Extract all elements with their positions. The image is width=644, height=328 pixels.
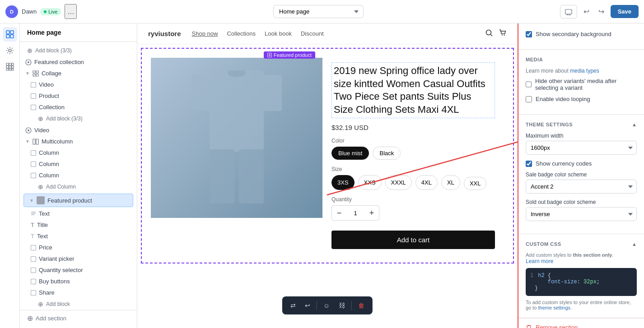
save-button[interactable]: Save (611, 5, 639, 18)
sidebar-item-collection-child[interactable]: Collection (20, 102, 137, 113)
nav-link-lookbook[interactable]: Look book (265, 30, 292, 37)
svg-rect-50 (210, 70, 264, 152)
plus-icon-4: ⊕ (38, 300, 43, 308)
sidebar-item-variant-picker[interactable]: Variant picker (20, 253, 137, 264)
svg-point-5 (9, 49, 11, 52)
sidebar-item-video-section[interactable]: Video (20, 125, 137, 136)
sidebar-item-quantity-selector[interactable]: Quantity selector (20, 264, 137, 276)
hide-variants-checkbox[interactable] (526, 81, 532, 88)
settings-icon (6, 46, 14, 55)
max-width-select[interactable]: 1600px 1400px 1200px (526, 141, 637, 155)
sidebar-item-text-2[interactable]: T Text (20, 231, 137, 242)
add-column-btn[interactable]: ⊕ Add Column (20, 181, 137, 193)
variant-picker-icon (31, 256, 36, 262)
color-black[interactable]: Black (373, 147, 401, 160)
sidebar-item-buy-buttons[interactable]: Buy buttons (20, 276, 137, 287)
custom-css-learn-more-link[interactable]: Learn more (526, 258, 553, 264)
plus-circle-icon: ⊕ (27, 314, 33, 323)
user-name: Dawn (22, 8, 37, 15)
sidebar-item-collage[interactable]: ▼ Collage (20, 68, 137, 79)
sidebar-item-text-1[interactable]: Text (20, 208, 137, 219)
sidebar-item-share[interactable]: Share (20, 287, 137, 298)
add-block-fp-btn[interactable]: ⊕ Add block (20, 298, 137, 310)
size-xl[interactable]: XL (441, 175, 460, 190)
sidebar-item-price[interactable]: Price (20, 242, 137, 253)
sidebar-item-video[interactable]: Video (20, 79, 137, 90)
add-section-btn[interactable]: ⊕ Add section (20, 310, 137, 326)
apps-icon-btn[interactable] (3, 60, 17, 74)
title-icon: T (31, 222, 34, 228)
preview-toggle-button[interactable] (560, 5, 577, 18)
cart-icon[interactable] (499, 29, 507, 38)
add-to-cart-button[interactable]: Add to cart (331, 231, 495, 249)
hide-variants-label: Hide other variants' media after selecti… (535, 78, 637, 91)
product-price: $32.19 USD (331, 124, 495, 131)
tree-header: Home page (20, 23, 137, 42)
nav-link-shop[interactable]: Shop now (192, 30, 218, 37)
size-4xl[interactable]: 4XL (415, 175, 438, 190)
search-icon[interactable] (485, 29, 493, 38)
rp-custom-css-header: CUSTOM CSS ▲ (526, 241, 637, 247)
quantity-increase-btn[interactable]: + (364, 206, 379, 220)
sidebar-item-featured-product[interactable]: ▼ Featured product (23, 194, 133, 207)
clothing-illustration (191, 70, 282, 206)
nav-link-discount[interactable]: Discount (301, 30, 324, 37)
redo-button[interactable]: ↪ (596, 5, 607, 18)
rp-media-section: MEDIA Learn more about media types Hide … (518, 50, 644, 115)
show-currency-row: Show currency codes (526, 160, 637, 167)
toolbar-align-btn[interactable]: ⇄ (288, 300, 299, 311)
nav-link-collections[interactable]: Collections (227, 30, 256, 37)
color-options: Blue mist Black (331, 147, 495, 160)
size-3xs[interactable]: 3XS (331, 175, 355, 190)
theme-settings-link[interactable]: theme settings (538, 305, 571, 310)
remove-section-button[interactable]: Remove section (518, 318, 644, 328)
undo-button[interactable]: ↩ (581, 5, 592, 18)
max-width-label: Maximum width (526, 133, 637, 139)
sidebar-item-multicolumn[interactable]: ▼ Multicolumn (20, 136, 137, 147)
svg-rect-0 (565, 9, 572, 14)
media-types-link[interactable]: media types (570, 68, 599, 74)
page-selector[interactable]: Home page About Contact (273, 5, 364, 18)
quantity-decrease-btn[interactable]: − (332, 206, 346, 220)
sidebar-item-column-2[interactable]: Column (20, 158, 137, 170)
toolbar-emoji-btn[interactable]: ☺ (321, 300, 332, 311)
add-block-top-btn[interactable]: ⊕ Add block (3/3) (20, 45, 137, 56)
enable-video-looping-checkbox[interactable] (526, 96, 532, 102)
custom-css-editor[interactable]: 1h2 { font-size: 32px; } (526, 268, 637, 296)
size-xxl[interactable]: XXL (464, 177, 487, 190)
plus-icon: ⊕ (27, 47, 33, 54)
size-xxxl[interactable]: XXXL (385, 175, 412, 190)
sections-icon-btn[interactable] (3, 27, 17, 42)
color-blue-mist[interactable]: Blue mist (331, 147, 369, 160)
sidebar-item-column-3[interactable]: Column (20, 170, 137, 181)
show-secondary-bg-checkbox[interactable] (526, 31, 532, 37)
toolbar-undo-btn[interactable]: ↩ (302, 300, 313, 311)
sidebar-item-column-1[interactable]: Column (20, 147, 137, 158)
settings-icon-btn[interactable] (3, 43, 17, 58)
svg-rect-4 (10, 35, 14, 38)
sidebar-item-featured-collection[interactable]: Featured collection (20, 56, 137, 68)
enable-video-looping-label: Enable video looping (536, 96, 590, 102)
column-1-icon (31, 150, 36, 156)
add-block-collage-btn[interactable]: ⊕ Add block (3/3) (20, 113, 137, 125)
show-currency-checkbox[interactable] (526, 161, 532, 167)
store-nav-links: Shop now Collections Look book Discount (192, 30, 324, 37)
toolbar-delete-btn[interactable]: 🗑 (355, 300, 367, 311)
page-title: Home page (27, 29, 61, 36)
video-looping-row: Enable video looping (526, 96, 637, 102)
sale-badge-select[interactable]: Accent 2 Accent 1 Accent 3 (526, 180, 637, 194)
plus-icon-3: ⊕ (38, 183, 43, 190)
sidebar-item-footer[interactable]: ► Footer (20, 326, 137, 328)
canvas-area: Featured product ryviustore Shop now Col… (137, 23, 518, 328)
svg-rect-9 (6, 66, 9, 68)
more-button[interactable]: ... (65, 4, 77, 19)
sidebar-item-product-child[interactable]: Product (20, 90, 137, 102)
size-xxs[interactable]: XXS (358, 175, 382, 190)
toolbar-link-btn[interactable]: ⛓ (336, 300, 348, 311)
sidebar-item-title[interactable]: T Title (20, 219, 137, 231)
quantity-controls: − + (331, 205, 379, 221)
svg-point-48 (502, 35, 503, 36)
sold-out-badge-select[interactable]: Inverse Default Accent 1 (526, 207, 637, 221)
svg-rect-10 (9, 66, 11, 68)
quantity-input[interactable] (346, 210, 364, 217)
